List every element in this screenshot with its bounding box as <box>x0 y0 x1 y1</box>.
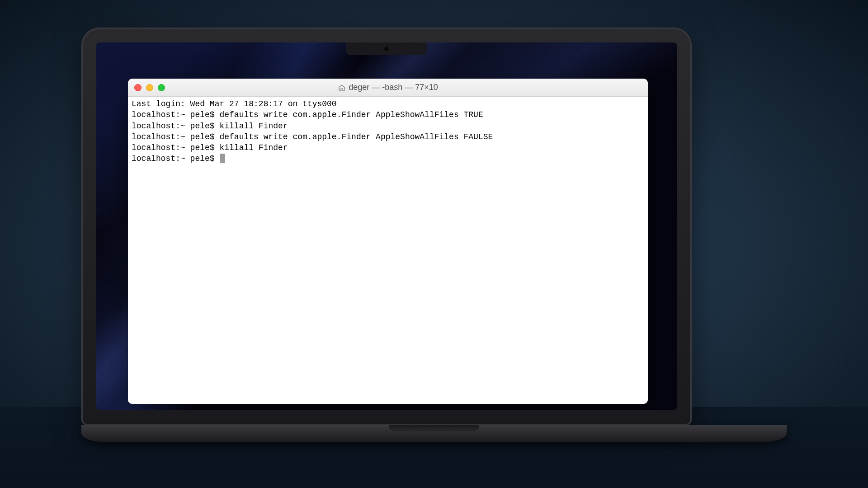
terminal-output-line: localhost:~ pele$ killall Finder <box>132 121 644 131</box>
window-title: deger — -bash — 77×10 <box>338 83 438 92</box>
window-title-bar[interactable]: deger — -bash — 77×10 <box>128 79 648 97</box>
close-button[interactable] <box>134 84 142 91</box>
laptop-notch <box>346 42 427 55</box>
terminal-prompt-line: localhost:~ pele$ <box>132 153 644 164</box>
terminal-output-line: localhost:~ pele$ killall Finder <box>132 142 644 153</box>
traffic-lights <box>134 84 165 91</box>
minimize-button[interactable] <box>146 84 153 91</box>
terminal-output-line: Last login: Wed Mar 27 18:28:17 on ttys0… <box>132 99 644 109</box>
window-title-text: deger — -bash — 77×10 <box>349 83 438 92</box>
terminal-content[interactable]: Last login: Wed Mar 27 18:28:17 on ttys0… <box>128 97 648 404</box>
maximize-button[interactable] <box>158 84 165 91</box>
laptop-base <box>81 425 787 442</box>
terminal-output-line: localhost:~ pele$ defaults write com.app… <box>132 131 644 142</box>
terminal-window[interactable]: deger — -bash — 77×10 Last login: Wed Ma… <box>128 79 648 404</box>
laptop-bezel: deger — -bash — 77×10 Last login: Wed Ma… <box>81 28 692 425</box>
terminal-output-line: localhost:~ pele$ defaults write com.app… <box>132 109 644 120</box>
laptop-device: deger — -bash — 77×10 Last login: Wed Ma… <box>81 28 787 442</box>
terminal-prompt: localhost:~ pele$ <box>132 154 219 163</box>
home-icon <box>338 84 346 92</box>
cursor-icon <box>220 154 225 163</box>
laptop-screen: deger — -bash — 77×10 Last login: Wed Ma… <box>96 42 677 410</box>
